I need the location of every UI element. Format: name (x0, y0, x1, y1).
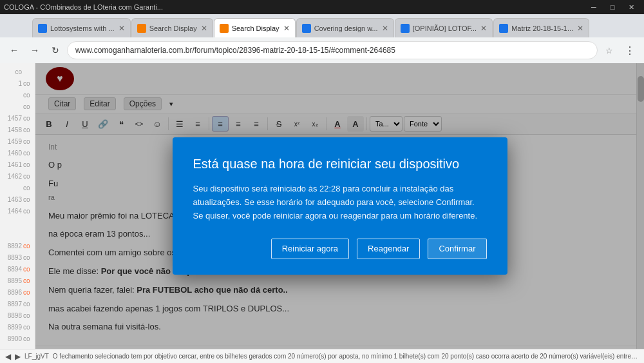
page-content: co 1co co co 1457co 1458co 1459co 1460co (0, 63, 644, 349)
sidebar-row: 1co (1, 77, 33, 89)
tab-close-lottosystems[interactable]: ✕ (115, 24, 125, 33)
tab-close-matriz[interactable]: ✕ (573, 24, 583, 33)
confirm-button[interactable]: Confirmar (428, 239, 486, 259)
tab-label-opiniao: [OPINIÃO] LOTOF... (413, 25, 477, 32)
restart-now-button[interactable]: Reiniciar agora (271, 239, 349, 259)
sidebar-row: co (1, 182, 33, 193)
sidebar-row: 8897co (1, 298, 33, 309)
status-text: O fechamento selecionado tem por objetiv… (53, 353, 639, 360)
bottom-label: LF_jgVT (24, 353, 49, 360)
reload-button[interactable]: ↻ (46, 41, 64, 59)
bookmark-button[interactable]: ☆ (600, 41, 618, 59)
sidebar-row: 1460co (1, 147, 33, 159)
sidebar-row: 8895co (1, 275, 33, 286)
sidebar-row: 1457co (1, 112, 33, 124)
sidebar-row: co (1, 89, 33, 101)
tab-label-search1: Search Display (149, 25, 197, 32)
tab-label-matriz: Matriz 20-18-15-1... (511, 25, 573, 32)
tab-close-covering[interactable]: ✕ (378, 24, 388, 33)
window-controls: ─ □ ✕ (585, 1, 640, 13)
tab-close-opiniao[interactable]: ✕ (477, 24, 487, 33)
forward-button[interactable]: → (26, 41, 44, 59)
status-bar: ◀ ▶ LF_jgVT O fechamento selecionado tem… (0, 349, 644, 363)
tab-label-search2: Search Display (232, 25, 279, 32)
title-bar-left: COLOGA - COmbinados de LOteria com Garan… (4, 3, 163, 11)
tab-favicon-lottosystems (38, 24, 47, 33)
tab-favicon-opiniao (401, 24, 410, 33)
window-title: COLOGA - COmbinados de LOteria com Garan… (4, 3, 163, 11)
tab-favicon-matriz (499, 24, 508, 33)
tab-label-covering: Covering design w... (314, 25, 378, 32)
tab-close-search1[interactable]: ✕ (197, 24, 207, 33)
dialog-overlay: Está quase na hora de reiniciar seu disp… (35, 63, 644, 349)
minimize-button[interactable]: ─ (585, 1, 603, 13)
sidebar-row: 8899co (1, 321, 33, 333)
sidebar-row: 1462co (1, 170, 33, 182)
sidebar-row: co (1, 66, 33, 77)
reschedule-button[interactable]: Reagendar (357, 239, 420, 259)
address-bar: ← → ↻ ☆ ⋮ (0, 37, 644, 63)
title-bar: COLOGA - COmbinados de LOteria com Garan… (0, 0, 644, 14)
tab-opiniao[interactable]: [OPINIÃO] LOTOF... ✕ (395, 18, 493, 37)
update-dialog: Está quase na hora de reiniciar seu disp… (173, 137, 507, 274)
sidebar-row: 8900co (1, 333, 33, 344)
tab-covering-design[interactable]: Covering design w... ✕ (296, 18, 394, 37)
sidebar-row: 1458co (1, 124, 33, 135)
tab-favicon-search1 (137, 24, 146, 33)
sidebar-row: co (1, 101, 33, 112)
tab-favicon-covering (302, 24, 311, 33)
bottom-nav-prev[interactable]: ◀ (5, 352, 11, 361)
tab-search-display-2[interactable]: Search Display ✕ (214, 18, 296, 37)
dialog-title: Está quase na hora de reiniciar seu disp… (193, 155, 487, 172)
sidebar-row: 8892co (1, 240, 33, 251)
sidebar-row: 8893co (1, 251, 33, 263)
back-button[interactable]: ← (5, 41, 23, 59)
sidebar-row: 8896co (1, 286, 33, 298)
left-sidebar: co 1co co co 1457co 1458co 1459co 1460co (0, 63, 35, 349)
sidebar-row: 8894co (1, 263, 33, 275)
dialog-body: Seu dispositivo será reiniciado às 22:28… (193, 182, 487, 222)
tab-favicon-search2 (220, 24, 229, 33)
sidebar-row: 1459co (1, 135, 33, 147)
sidebar-numbers: co 1co co co 1457co 1458co 1459co 1460co (0, 63, 35, 347)
bottom-nav-next[interactable]: ▶ (15, 352, 21, 361)
address-input[interactable] (67, 41, 598, 59)
dialog-buttons: Reiniciar agora Reagendar Confirmar (193, 239, 487, 259)
main-content: ♥ Citar Editar Opções ▾ B I U 🔗 ❝ <> ☺ ☰… (35, 63, 644, 349)
tab-search-display-1[interactable]: Search Display ✕ (131, 18, 213, 37)
close-button[interactable]: ✕ (622, 1, 640, 13)
tab-lottosystems[interactable]: Lottosystems with ... ✕ (32, 18, 131, 37)
sidebar-row: 1464co (1, 205, 33, 217)
tab-close-search2[interactable]: ✕ (279, 24, 290, 33)
tab-label-lottosystems: Lottosystems with ... (50, 25, 115, 32)
sidebar-row: 1463co (1, 193, 33, 205)
sidebar-row: 8898co (1, 309, 33, 321)
more-button[interactable]: ⋮ (621, 41, 639, 59)
tab-matriz[interactable]: Matriz 20-18-15-1... ✕ (493, 18, 589, 37)
sidebar-row: 1461co (1, 159, 33, 170)
maximize-button[interactable]: □ (603, 1, 621, 13)
tab-bar: Lottosystems with ... ✕ Search Display ✕… (0, 14, 644, 37)
